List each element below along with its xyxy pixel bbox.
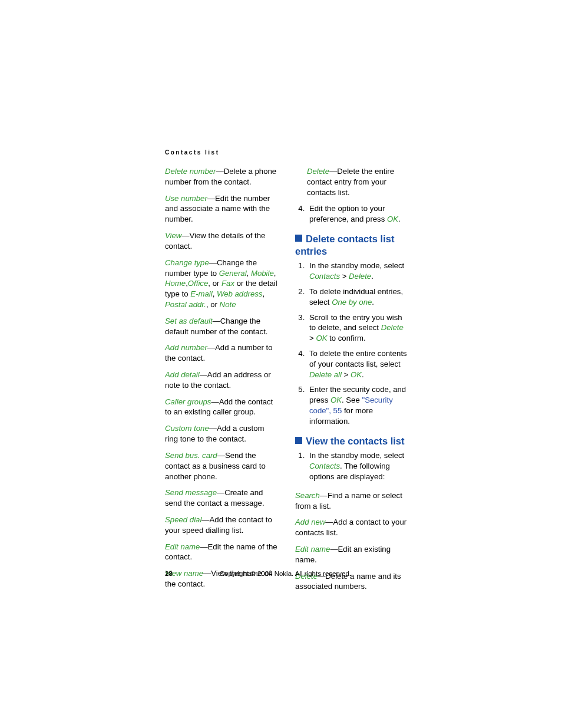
term: Edit name (165, 542, 200, 551)
term: Delete number (165, 167, 216, 176)
term: Send bus. card (165, 451, 217, 460)
desc: . (398, 215, 401, 223)
entry-set-default: Set as default—Change the default number… (165, 316, 279, 337)
page-footer: 28 Copyright © 2004 Nokia. All rights re… (165, 569, 409, 579)
entry-view: View—View the details of the contact. (165, 230, 279, 252)
column-left: Delete number—Delete a phone number from… (165, 166, 279, 598)
running-head: Contacts list (165, 149, 220, 157)
step-5: Enter the security code, and press OK. S… (307, 384, 409, 426)
sep: > (309, 334, 316, 342)
term-home: Home (165, 279, 186, 288)
entry-caller-groups: Caller groups—Add the contact to an exis… (165, 397, 279, 418)
desc: To delete the entire contents of your co… (309, 349, 407, 368)
entry-send-message: Send message—Create and send the contact… (165, 487, 279, 509)
content-columns: Delete number—Delete a phone number from… (165, 166, 409, 598)
term: Use number (165, 194, 207, 203)
document-page: Contacts list Delete number—Delete a pho… (0, 0, 562, 728)
term: View (165, 231, 181, 240)
term-general: General (219, 269, 247, 278)
term-mobile: Mobile (251, 269, 274, 278)
desc: In the standby mode, select (309, 261, 404, 270)
desc: . (372, 298, 374, 307)
entry-edit-name: Edit name—Edit an existing name. (295, 544, 409, 565)
term: Speed dial (165, 515, 201, 524)
term-office: Office (188, 279, 208, 288)
heading-text: Delete contacts list entries (295, 233, 394, 256)
term: Search (295, 491, 320, 500)
entry-speed-dial: Speed dial—Add the contact to your speed… (165, 515, 279, 536)
desc: In the standby mode, select (309, 451, 404, 460)
copyright-text: Copyright © 2004 Nokia. All rights reser… (220, 569, 351, 579)
entry-use-number: Use number—Edit the number and associate… (165, 193, 279, 225)
desc: , or (208, 279, 222, 288)
term-ok: OK (330, 396, 342, 404)
entry-delete-number: Delete number—Delete a phone number from… (165, 166, 279, 187)
entry-delete-contact: Delete—Delete the entire contact entry f… (307, 166, 409, 197)
sep: > (340, 272, 349, 281)
desc: Edit the option to your preference, and … (309, 204, 387, 223)
term: Caller groups (165, 397, 211, 406)
term: Send message (165, 488, 217, 497)
sep: , (213, 289, 217, 298)
entry-add-detail: Add detail—Add an address or note to the… (165, 370, 279, 391)
term-email: E-mail (190, 289, 212, 298)
entry-custom-tone: Custom tone—Add a custom ring tone to th… (165, 423, 279, 444)
term: Delete (307, 167, 329, 176)
steps-delete: In the standby mode, select Contacts > D… (295, 261, 409, 426)
term: Edit name (295, 545, 330, 554)
term-onebyone: One by one (332, 298, 372, 307)
term-ok: OK (351, 370, 362, 379)
steps-continued: Edit the option to your preference, and … (295, 203, 409, 225)
heading-delete-contacts: Delete contacts list entries (295, 233, 409, 257)
term: Add number (165, 343, 207, 352)
sep: , (247, 269, 251, 278)
term-ok: OK (316, 334, 327, 342)
term-web: Web address (217, 289, 262, 298)
heading-view-contacts: View the contacts list (295, 435, 409, 447)
step-1: In the standby mode, select Contacts. Th… (307, 450, 409, 482)
entry-search: Search—Find a name or select from a list… (295, 490, 409, 512)
entry-add-new: Add new—Add a contact to your contacts l… (295, 517, 409, 538)
entry-change-type: Change type—Change the number type to Ge… (165, 258, 279, 310)
entry-edit-name: Edit name—Edit the name of the contact. (165, 542, 279, 563)
desc: . (362, 370, 364, 379)
step-2: To delete individual entries, select One… (307, 286, 409, 308)
desc: , or (206, 300, 220, 309)
page-number: 28 (165, 569, 173, 579)
term: Set as default (165, 317, 213, 325)
term-fax: Fax (222, 279, 234, 288)
sep: , (262, 289, 265, 298)
term: Change type (165, 258, 209, 267)
term: Add detail (165, 370, 200, 379)
desc: to confirm. (327, 334, 365, 342)
step-4: To delete the entire contents of your co… (307, 348, 409, 380)
entry-add-number: Add number—Add a number to the contact. (165, 342, 279, 364)
desc: . See (342, 396, 362, 404)
term-delete: Delete (381, 323, 404, 332)
column-right: Delete—Delete the entire contact entry f… (295, 166, 409, 598)
term-contacts: Contacts (309, 272, 340, 281)
term-ok: OK (387, 215, 398, 223)
step-1: In the standby mode, select Contacts > D… (307, 261, 409, 282)
square-bullet-icon (295, 235, 302, 242)
step-3: Scroll to the entry you wish to delete, … (307, 312, 409, 344)
term-delete: Delete (349, 272, 371, 281)
steps-view: In the standby mode, select Contacts. Th… (295, 450, 409, 482)
term: Custom tone (165, 424, 209, 433)
heading-text: View the contacts list (306, 436, 405, 446)
term-postal: Postal addr. (165, 300, 206, 309)
term-note: Note (220, 300, 236, 309)
entry-send-bus-card: Send bus. card—Send the contact as a bus… (165, 450, 279, 482)
sep: > (342, 370, 351, 379)
sep: , (274, 269, 276, 278)
term: Add new (295, 518, 325, 526)
desc: . (371, 272, 373, 281)
term-contacts: Contacts (309, 462, 340, 470)
step-4: Edit the option to your preference, and … (307, 203, 409, 225)
term-deleteall: Delete all (309, 370, 342, 379)
square-bullet-icon (295, 437, 302, 444)
